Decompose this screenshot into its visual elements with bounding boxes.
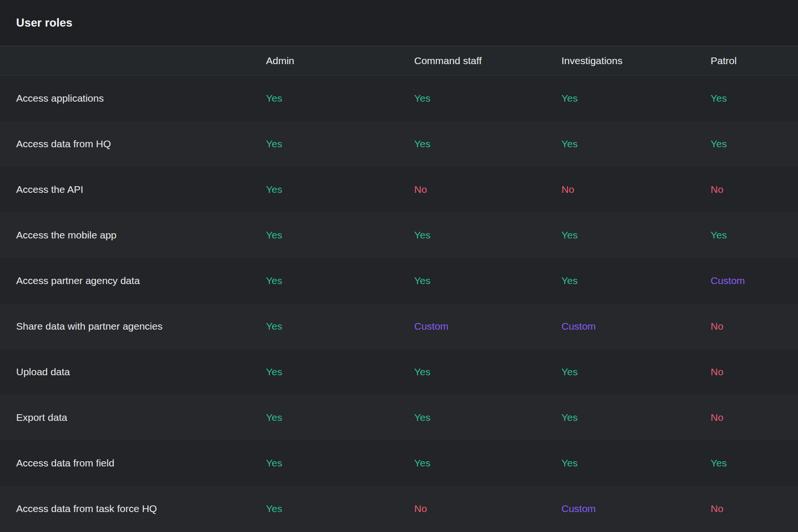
permission-value-investigations: Yes (561, 412, 711, 423)
row-label: Access data from task force HQ (16, 503, 266, 514)
column-header-investigations: Investigations (561, 55, 711, 66)
permission-value-patrol: No (711, 503, 798, 514)
permission-value-patrol: No (711, 412, 798, 423)
row-label: Export data (16, 412, 266, 423)
table-row: Access the mobile app Yes Yes Yes Yes (0, 212, 798, 258)
row-label: Access applications (16, 93, 266, 104)
table-row: Access partner agency data Yes Yes Yes C… (0, 258, 798, 304)
permission-value-command-staff: Yes (414, 457, 561, 469)
user-roles-panel: User roles Admin Command staff Investiga… (0, 0, 798, 532)
table-row: Access the API Yes No No No (0, 167, 798, 212)
row-label: Access data from field (16, 457, 266, 469)
permission-value-investigations: Custom (561, 321, 711, 332)
permission-value-investigations: Yes (561, 366, 711, 378)
permission-value-patrol: No (711, 366, 798, 378)
permission-value-investigations: No (561, 184, 711, 195)
permission-value-command-staff: Yes (414, 275, 561, 286)
permission-value-patrol: Yes (711, 229, 798, 241)
page-title: User roles (16, 16, 72, 29)
row-label: Access partner agency data (16, 275, 266, 286)
row-label: Share data with partner agencies (16, 321, 266, 332)
permission-value-patrol: No (711, 321, 798, 332)
table-body: Access applications Yes Yes Yes Yes Acce… (0, 76, 798, 532)
table-row: Access data from task force HQ Yes No Cu… (0, 486, 798, 532)
table-row: Export data Yes Yes Yes No (0, 395, 798, 440)
table-row: Access data from field Yes Yes Yes Yes (0, 440, 798, 486)
permission-value-patrol: Custom (711, 275, 798, 286)
permission-value-investigations: Yes (561, 229, 711, 241)
permission-value-admin: Yes (266, 503, 414, 514)
permission-value-admin: Yes (266, 457, 414, 469)
permission-value-patrol: Yes (711, 457, 798, 469)
title-bar: User roles (0, 0, 798, 46)
column-header-admin: Admin (266, 55, 414, 66)
permission-value-admin: Yes (266, 366, 414, 378)
permission-value-command-staff: Yes (414, 93, 561, 104)
permission-value-command-staff: Custom (414, 321, 561, 332)
permission-value-command-staff: Yes (414, 138, 561, 150)
row-label: Access the mobile app (16, 229, 266, 241)
permission-value-investigations: Yes (561, 138, 711, 150)
permission-value-patrol: Yes (711, 93, 798, 104)
column-header-patrol: Patrol (711, 55, 798, 66)
row-label: Upload data (16, 366, 266, 378)
permission-value-admin: Yes (266, 321, 414, 332)
permission-value-investigations: Yes (561, 93, 711, 104)
permission-value-admin: Yes (266, 229, 414, 241)
permission-value-command-staff: Yes (414, 229, 561, 241)
permission-value-admin: Yes (266, 93, 414, 104)
table-header-row: Admin Command staff Investigations Patro… (0, 46, 798, 76)
permission-value-command-staff: No (414, 503, 561, 514)
row-label: Access the API (16, 184, 266, 195)
permission-value-admin: Yes (266, 138, 414, 150)
permission-value-patrol: Yes (711, 138, 798, 150)
permission-value-admin: Yes (266, 275, 414, 286)
row-label: Access data from HQ (16, 138, 266, 150)
permission-value-admin: Yes (266, 184, 414, 195)
table-row: Access data from HQ Yes Yes Yes Yes (0, 121, 798, 167)
table-row: Access applications Yes Yes Yes Yes (0, 76, 798, 121)
permission-value-command-staff: Yes (414, 412, 561, 423)
column-header-command-staff: Command staff (414, 55, 561, 66)
permission-value-admin: Yes (266, 412, 414, 423)
permission-value-investigations: Yes (561, 457, 711, 469)
permission-value-patrol: No (711, 184, 798, 195)
table-row: Share data with partner agencies Yes Cus… (0, 304, 798, 349)
permission-value-investigations: Custom (561, 503, 711, 514)
permission-value-investigations: Yes (561, 275, 711, 286)
permission-value-command-staff: Yes (414, 366, 561, 378)
table-row: Upload data Yes Yes Yes No (0, 349, 798, 395)
permission-value-command-staff: No (414, 184, 561, 195)
